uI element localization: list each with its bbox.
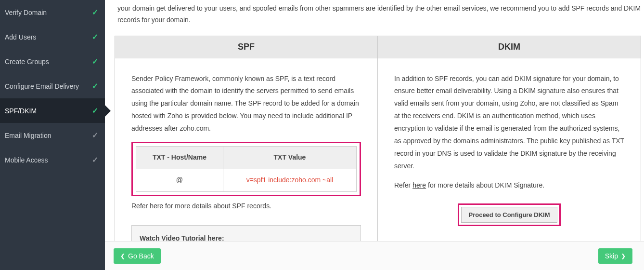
dkim-body: In addition to SPF records, you can add … (378, 58, 641, 237)
spf-dkim-panel: SPF Sender Policy Framework, commonly kn… (115, 36, 641, 241)
spf-refer-link[interactable]: here (150, 202, 163, 210)
sidebar-item-add-users[interactable]: Add Users ✓ (0, 25, 105, 49)
sidebar-item-verify-domain[interactable]: Verify Domain ✓ (0, 0, 105, 25)
txt-host-header: TXT - Host/Name (136, 147, 223, 169)
spf-refer: Refer here for more details about SPF re… (131, 200, 361, 213)
sidebar-item-label: Create Groups (5, 58, 49, 66)
main-content: your domain get delivered to your users,… (105, 0, 644, 241)
spf-txt-table: TXT - Host/Name TXT Value @ v=spf1 inclu… (136, 146, 357, 192)
skip-button[interactable]: Skip ❯ (598, 248, 632, 264)
spf-txt-table-highlight: TXT - Host/Name TXT Value @ v=spf1 inclu… (131, 142, 361, 196)
intro-text: your domain get delivered to your users,… (115, 0, 644, 36)
video-tutorial-box: Watch Video Tutorial here: (131, 225, 361, 241)
sidebar-item-configure-email-delivery[interactable]: Configure Email Delivery ✓ (0, 74, 105, 98)
spf-body: Sender Policy Framework, commonly known … (115, 58, 377, 241)
sidebar-item-label: Configure Email Delivery (5, 82, 79, 90)
dkim-refer-link[interactable]: here (412, 181, 426, 189)
check-icon: ✓ (92, 155, 98, 164)
txt-host-value: @ (136, 169, 223, 191)
check-icon: ✓ (92, 8, 98, 17)
chevron-right-icon: ❯ (621, 253, 626, 259)
sidebar: Verify Domain ✓ Add Users ✓ Create Group… (0, 0, 105, 270)
check-icon: ✓ (92, 32, 98, 41)
dkim-header: DKIM (378, 36, 641, 58)
sidebar-item-email-migration[interactable]: Email Migration ✓ (0, 123, 105, 148)
sidebar-item-mobile-access[interactable]: Mobile Access ✓ (0, 148, 105, 172)
sidebar-item-label: Email Migration (5, 132, 51, 139)
sidebar-item-label: Add Users (5, 33, 36, 41)
sidebar-item-label: Verify Domain (5, 9, 47, 16)
dkim-button-highlight: Proceed to Configure DKIM (458, 203, 560, 226)
proceed-configure-dkim-button[interactable]: Proceed to Configure DKIM (461, 207, 557, 223)
dkim-column: DKIM In addition to SPF records, you can… (378, 36, 641, 241)
dkim-refer: Refer here for more details about DKIM S… (394, 179, 624, 192)
go-back-button[interactable]: ❮ Go Back (114, 248, 161, 264)
sidebar-item-label: Mobile Access (5, 156, 48, 164)
footer-bar: ❮ Go Back Skip ❯ (105, 241, 644, 270)
txt-value-header: TXT Value (223, 147, 356, 169)
check-icon: ✓ (92, 106, 98, 115)
check-icon: ✓ (92, 57, 98, 66)
spf-column: SPF Sender Policy Framework, commonly kn… (115, 36, 378, 241)
dkim-description: In addition to SPF records, you can add … (394, 73, 624, 173)
check-icon: ✓ (92, 131, 98, 140)
txt-value-value: v=spf1 include:zoho.com ~all (223, 169, 356, 191)
sidebar-item-spf-dkim[interactable]: SPF/DKIM ✓ (0, 98, 105, 123)
sidebar-item-create-groups[interactable]: Create Groups ✓ (0, 49, 105, 74)
spf-description: Sender Policy Framework, commonly known … (131, 73, 361, 135)
go-back-label: Go Back (128, 252, 154, 260)
spf-header: SPF (115, 36, 377, 58)
skip-label: Skip (605, 252, 618, 260)
sidebar-item-label: SPF/DKIM (5, 107, 37, 115)
check-icon: ✓ (92, 81, 98, 91)
chevron-left-icon: ❮ (120, 253, 125, 259)
